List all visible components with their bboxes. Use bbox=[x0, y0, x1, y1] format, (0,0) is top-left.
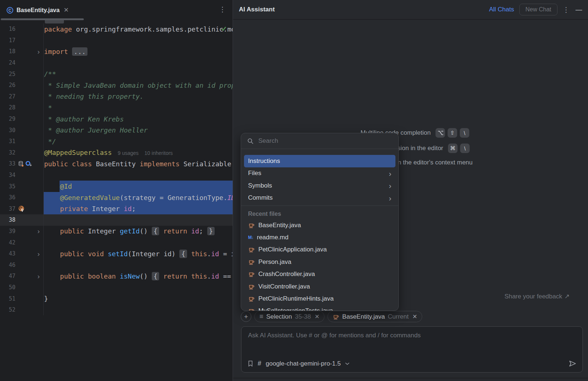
editor-tab-baseentity[interactable]: C BaseEntity.java ✕ bbox=[0, 0, 73, 20]
code-line-27[interactable]: 27 * needing this property. bbox=[0, 91, 233, 102]
new-chat-button[interactable]: New Chat bbox=[519, 4, 557, 15]
code-line-29[interactable]: 29 * @author Ken Krebs bbox=[0, 113, 233, 125]
recent-file-item[interactable]: M↓readme.md bbox=[241, 231, 398, 243]
recent-file-item[interactable]: BaseEntity.java bbox=[241, 219, 398, 231]
fold-arrow-icon[interactable]: › bbox=[36, 273, 41, 280]
popup-menu: InstructionsFiles›Symbols›Commits› bbox=[241, 149, 398, 206]
code-line-32[interactable]: 32@MappedSuperclass9 usages10 inheritors bbox=[0, 147, 233, 159]
recent-file-item[interactable]: Person.java bbox=[241, 256, 398, 268]
code-text: * bbox=[44, 104, 52, 112]
popup-item-symbols[interactable]: Symbols› bbox=[244, 179, 395, 192]
code-text: public boolean isNew() { return this.id … bbox=[44, 272, 233, 280]
close-icon[interactable]: ✕ bbox=[64, 6, 69, 14]
code-line-33[interactable]: 33public class BaseEntity implements Ser… bbox=[0, 158, 233, 170]
code-line-38[interactable]: 38 bbox=[0, 214, 233, 226]
fold-arrow-icon[interactable]: › bbox=[36, 228, 41, 235]
line-number: 51 bbox=[0, 295, 15, 302]
add-context-button[interactable]: + bbox=[241, 311, 251, 322]
code-line-47[interactable]: 47› public boolean isNew() { return this… bbox=[0, 271, 233, 282]
code-line-39[interactable]: 39› public Integer getId() { return id; … bbox=[0, 226, 233, 237]
gutter: 17 bbox=[0, 35, 44, 46]
code-line-24[interactable]: 24 bbox=[0, 57, 233, 69]
code-line-26[interactable]: 26 * Simple JavaBean domain object with … bbox=[0, 80, 233, 91]
recent-file-name: CrashController.java bbox=[258, 271, 315, 278]
code-line-25[interactable]: 25/** bbox=[0, 68, 233, 80]
ai-assistant-header: AI Assistant All Chats New Chat ⋮ — bbox=[233, 0, 588, 20]
code-line-35[interactable]: 35 @Id bbox=[0, 181, 233, 192]
divider bbox=[233, 378, 588, 378]
chat-input-box: # google-chat-gemini-pro-1.5 bbox=[241, 326, 583, 373]
recent-file-name: MySqlIntegrationTests.java bbox=[258, 307, 333, 311]
recent-file-item[interactable]: CrashController.java bbox=[241, 268, 398, 280]
send-button[interactable] bbox=[568, 360, 577, 367]
context-chip-baseentity-java[interactable]: BaseEntity.javaCurrent✕ bbox=[327, 311, 422, 322]
code-line-52[interactable]: 52 bbox=[0, 304, 233, 316]
code-text: import ... bbox=[44, 48, 87, 55]
recent-file-item[interactable]: PetClinicRuntimeHints.java bbox=[241, 293, 398, 305]
implementations-icon bbox=[25, 161, 32, 167]
green-check-icon bbox=[220, 25, 227, 33]
recent-file-item[interactable]: MySqlIntegrationTests.java bbox=[241, 305, 398, 311]
line-number: 28 bbox=[0, 104, 15, 111]
code-line-42[interactable]: 42 bbox=[0, 237, 233, 248]
clipped-folded-region bbox=[45, 20, 64, 23]
hash-icon: # bbox=[258, 360, 261, 367]
context-chip-selection[interactable]: ≡Selection35-38✕ bbox=[254, 311, 325, 322]
code-text: @MappedSuperclass9 usages10 inheritors bbox=[44, 149, 173, 156]
gutter: 24 bbox=[0, 57, 44, 69]
search-input[interactable] bbox=[258, 137, 392, 145]
popup-item-instructions[interactable]: Instructions bbox=[244, 155, 395, 167]
code-line-51[interactable]: 51} bbox=[0, 293, 233, 304]
minimize-icon[interactable]: — bbox=[576, 6, 582, 14]
recent-file-name: readme.md bbox=[257, 234, 288, 241]
java-file-icon bbox=[333, 313, 339, 320]
gutter: 34 bbox=[0, 170, 44, 181]
code-line-46[interactable]: 46 bbox=[0, 259, 233, 271]
code-line-31[interactable]: 31 */ bbox=[0, 136, 233, 147]
share-feedback-link[interactable]: Share your feedback ↗ bbox=[505, 293, 570, 300]
prompt-library-icon[interactable] bbox=[248, 360, 253, 367]
close-icon[interactable]: ✕ bbox=[315, 313, 319, 320]
code-line-36[interactable]: 36 @GeneratedValue(strategy = Generation… bbox=[0, 192, 233, 203]
gutter: 39› bbox=[0, 226, 44, 237]
line-number: 35 bbox=[0, 183, 15, 190]
code-line-28[interactable]: 28 * bbox=[0, 102, 233, 113]
inlay-hint[interactable]: 10 inheritors bbox=[144, 150, 173, 156]
chevron-down-icon[interactable] bbox=[345, 362, 349, 365]
code-text: public class BaseEntity implements Seria… bbox=[44, 160, 233, 168]
line-number: 27 bbox=[0, 93, 15, 100]
line-number: 47 bbox=[0, 273, 15, 279]
chip-label: BaseEntity.java bbox=[342, 313, 385, 320]
fold-arrow-icon[interactable]: › bbox=[36, 250, 41, 257]
editor-tab-bar: C BaseEntity.java ✕ ⋮ bbox=[0, 0, 233, 20]
code-line-17[interactable]: 17 bbox=[0, 35, 233, 46]
popup-item-files[interactable]: Files› bbox=[244, 167, 395, 180]
code-line-18[interactable]: 18›import ... bbox=[0, 46, 233, 57]
recent-file-name: PetClinicApplication.java bbox=[258, 246, 327, 253]
recent-file-item[interactable]: PetClinicApplication.java bbox=[241, 244, 398, 256]
gutter: 37 bbox=[0, 203, 44, 215]
all-chats-link[interactable]: All Chats bbox=[489, 6, 514, 13]
kebab-menu-icon[interactable]: ⋮ bbox=[563, 6, 570, 14]
code-text: * needing this property. bbox=[44, 92, 144, 100]
shift-key: ⇧ bbox=[448, 128, 457, 138]
fold-arrow-icon[interactable]: › bbox=[36, 48, 41, 55]
selection-icon: ≡ bbox=[259, 313, 263, 320]
chat-input[interactable] bbox=[241, 327, 582, 349]
model-selector[interactable]: google-chat-gemini-pro-1.5 bbox=[266, 360, 341, 367]
code-line-37[interactable]: 37 private Integer id; bbox=[0, 203, 233, 215]
code-line-30[interactable]: 30 * @author Juergen Hoeller bbox=[0, 124, 233, 136]
chevron-right-icon: › bbox=[389, 182, 391, 189]
recent-file-item[interactable]: VisitController.java bbox=[241, 280, 398, 293]
popup-item-commits[interactable]: Commits› bbox=[244, 192, 395, 204]
kebab-menu-icon[interactable]: ⋮ bbox=[219, 5, 226, 14]
code-line-50[interactable]: 50 bbox=[0, 282, 233, 293]
code-line-34[interactable]: 34 bbox=[0, 170, 233, 181]
chip-detail: Current bbox=[388, 313, 409, 320]
inlay-hint[interactable]: 9 usages bbox=[118, 150, 139, 156]
close-icon[interactable]: ✕ bbox=[412, 313, 417, 320]
code-line-16[interactable]: 16package org.springframework.samples.pe… bbox=[0, 23, 233, 35]
cmd-key: ⌘ bbox=[448, 144, 458, 153]
code-editor[interactable]: 16package org.springframework.samples.pe… bbox=[0, 23, 233, 315]
code-line-43[interactable]: 43› public void setId(Integer id) { this… bbox=[0, 248, 233, 260]
